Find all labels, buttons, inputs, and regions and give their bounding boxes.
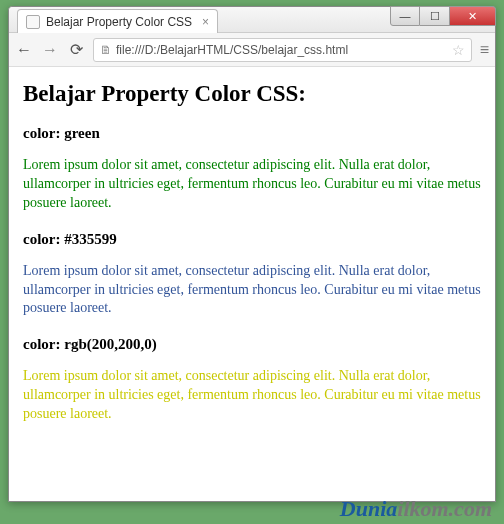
- section-text-2: Lorem ipsum dolor sit amet, consectetur …: [23, 262, 481, 319]
- maximize-button[interactable]: ☐: [420, 6, 450, 26]
- back-icon[interactable]: ←: [15, 41, 33, 59]
- forward-icon[interactable]: →: [41, 41, 59, 59]
- bookmark-icon[interactable]: ☆: [452, 42, 465, 58]
- url-text: file:///D:/BelajarHTML/CSS/belajar_css.h…: [116, 43, 448, 57]
- section-text-3: Lorem ipsum dolor sit amet, consectetur …: [23, 367, 481, 424]
- watermark: Duniailkom.com: [340, 496, 492, 522]
- close-tab-icon[interactable]: ×: [202, 15, 209, 29]
- watermark-part1: Dunia: [340, 496, 397, 521]
- section-label-2: color: #335599: [23, 231, 481, 248]
- window-controls: — ☐ ✕: [390, 6, 496, 26]
- section-label-3: color: rgb(200,200,0): [23, 336, 481, 353]
- navbar: ← → ⟳ 🗎 file:///D:/BelajarHTML/CSS/belaj…: [9, 33, 495, 67]
- page-icon: [26, 15, 40, 29]
- reload-icon[interactable]: ⟳: [67, 40, 85, 59]
- browser-tab[interactable]: Belajar Property Color CSS ×: [17, 9, 218, 33]
- close-button[interactable]: ✕: [450, 6, 496, 26]
- watermark-part2: ilkom.com: [397, 496, 492, 521]
- titlebar: Belajar Property Color CSS × — ☐ ✕: [9, 7, 495, 33]
- menu-icon[interactable]: ≡: [480, 41, 489, 59]
- document-icon: 🗎: [100, 43, 112, 57]
- address-bar[interactable]: 🗎 file:///D:/BelajarHTML/CSS/belajar_css…: [93, 38, 472, 62]
- browser-window: Belajar Property Color CSS × — ☐ ✕ ← → ⟳…: [8, 6, 496, 502]
- tab-title: Belajar Property Color CSS: [46, 15, 192, 29]
- section-label-1: color: green: [23, 125, 481, 142]
- section-text-1: Lorem ipsum dolor sit amet, consectetur …: [23, 156, 481, 213]
- minimize-button[interactable]: —: [390, 6, 420, 26]
- page-title: Belajar Property Color CSS:: [23, 81, 481, 107]
- page-content: Belajar Property Color CSS: color: green…: [9, 67, 495, 501]
